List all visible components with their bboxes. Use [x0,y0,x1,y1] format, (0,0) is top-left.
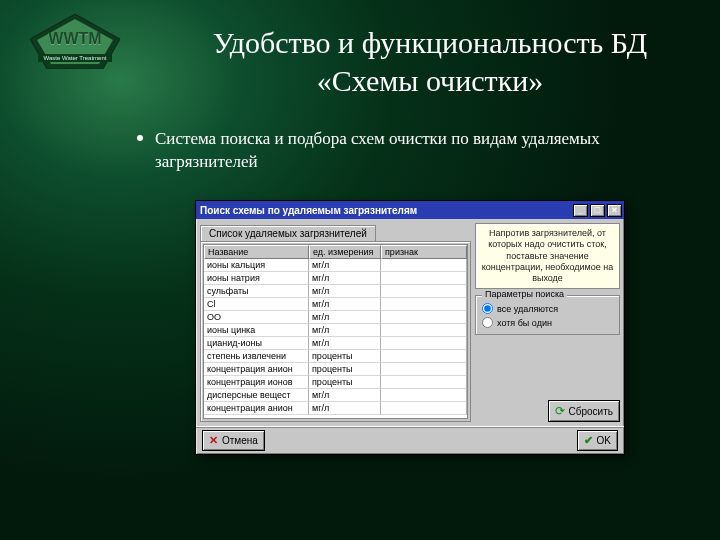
app-logo: WWTM Waste Water Treatment [25,14,125,69]
table-row[interactable]: ионы натриямг/л [204,272,467,285]
logo-subtitle: Waste Water Treatment [38,54,113,62]
close-button[interactable]: × [607,204,622,217]
table-row[interactable]: Clмг/л [204,298,467,311]
column-flag[interactable]: признак [381,245,467,259]
radio-at-least-one-input[interactable] [482,317,493,328]
table-row[interactable]: сульфатымг/л [204,285,467,298]
table-row[interactable]: ООмг/л [204,311,467,324]
close-icon: ✕ [209,434,218,447]
window-title: Поиск схемы по удаляемым загрязнителям [200,205,417,216]
logo-text: WWTM [48,30,101,48]
minimize-button[interactable]: _ [573,204,588,217]
tab-pollutant-list[interactable]: Список удаляемых загрязнителей [200,225,376,241]
check-icon: ✔ [584,434,593,447]
window-titlebar[interactable]: Поиск схемы по удаляемым загрязнителям _… [196,201,624,219]
cancel-button[interactable]: ✕ Отмена [202,430,265,451]
maximize-button[interactable]: □ [590,204,605,217]
table-row[interactable]: концентрация ионовпроценты [204,376,467,389]
column-name[interactable]: Название [204,245,309,259]
pollutant-grid[interactable]: Название ед. измерения признак ионы каль… [203,244,468,419]
table-row[interactable]: ионы цинкамг/л [204,324,467,337]
search-params-group: Параметры поиска все удаляются хотя бы о… [475,295,620,335]
ok-button[interactable]: ✔ OK [577,430,618,451]
radio-all-removed-input[interactable] [482,303,493,314]
radio-at-least-one[interactable]: хотя бы один [482,317,613,328]
table-row[interactable]: концентрация анионмг/л [204,402,467,415]
table-row[interactable]: цианид-ионымг/л [204,337,467,350]
column-unit[interactable]: ед. измерения [309,245,381,259]
slide-bullet: Система поиска и подбора схем очистки по… [135,128,660,174]
group-title: Параметры поиска [482,289,567,299]
table-row[interactable]: степень извлеченипроценты [204,350,467,363]
radio-all-removed[interactable]: все удаляются [482,303,613,314]
table-row[interactable]: концентрация анионпроценты [204,363,467,376]
reset-button[interactable]: ⟳ Сбросить [548,400,620,422]
dialog-window: Поиск схемы по удаляемым загрязнителям _… [195,200,625,455]
table-row[interactable]: дисперсные вещестмг/л [204,389,467,402]
refresh-icon: ⟳ [555,404,565,418]
table-row[interactable]: ионы кальциямг/л [204,259,467,272]
hint-box: Напротив загрязнителей, от которых надо … [475,223,620,289]
slide-title: Удобство и функциональность БД «Схемы оч… [160,24,700,99]
